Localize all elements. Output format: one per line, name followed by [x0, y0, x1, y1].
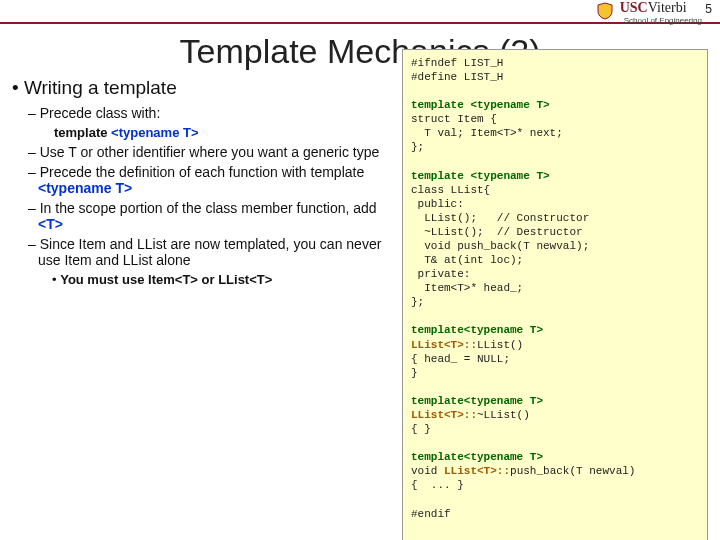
header-bar: USCViterbi School of Engineering — [0, 0, 720, 24]
bullet-l1: Writing a template — [12, 77, 392, 99]
bullet-l2: Since Item and LList are now templated, … — [38, 236, 392, 268]
logo-sub: School of Engineering — [624, 16, 702, 25]
content-area: Writing a template Precede class with: t… — [0, 77, 720, 540]
bullet-column: Writing a template Precede class with: t… — [12, 77, 392, 540]
bullet-sub: template <typename T> — [54, 125, 392, 140]
page-number: 5 — [705, 2, 712, 16]
bullet-l2: In the scope portion of the class member… — [38, 200, 392, 232]
logo-usc: USC — [620, 0, 648, 15]
bullet-l2: Precede the definition of each function … — [38, 164, 392, 196]
bullet-l3: You must use Item<T> or LList<T> — [62, 272, 392, 287]
usc-logo: USCViterbi School of Engineering — [595, 0, 702, 25]
bullet-l2: Precede class with: — [38, 105, 392, 121]
code-panel: #ifndef LIST_H #define LIST_H template <… — [402, 49, 708, 540]
bullet-l2: Use T or other identifier where you want… — [38, 144, 392, 160]
logo-viterbi: Viterbi — [648, 0, 687, 15]
shield-icon — [595, 1, 615, 21]
